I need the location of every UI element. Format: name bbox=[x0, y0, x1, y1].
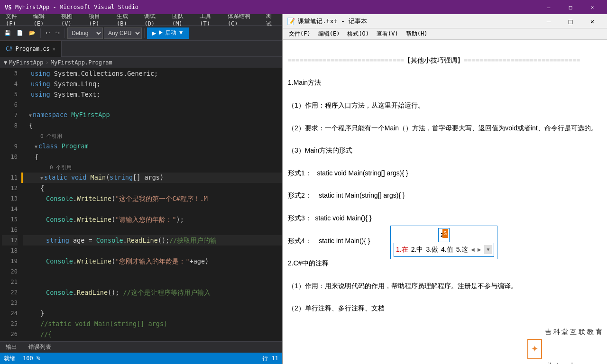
vs-bottom-tabs: 输出 错误列表 bbox=[0, 341, 282, 353]
code-line-22: Console.ReadLine(); //这个是让程序等待用户输入 bbox=[23, 287, 282, 298]
menu-test[interactable]: 测试 bbox=[262, 14, 280, 26]
notepad-menu-edit[interactable]: 编辑(E) bbox=[314, 28, 344, 40]
status-text: 就绪 bbox=[4, 355, 15, 363]
notepad-content[interactable]: ==============================【其他小技巧强调】=… bbox=[283, 40, 607, 364]
platform-dropdown[interactable]: Any CPU x86 x64 bbox=[104, 27, 142, 39]
notepad-text: ==============================【其他小技巧强调】=… bbox=[288, 56, 598, 312]
vs-minimize-button[interactable]: — bbox=[538, 0, 560, 14]
notepad-wrapper: 📝 课堂笔记.txt - 记事本 — □ ✕ 文件(F) 编辑(E) 格式(O)… bbox=[282, 14, 607, 364]
notepad-maximize-button[interactable]: □ bbox=[560, 14, 581, 28]
code-line-13: Console.WriteLine("这个是我的第一个C#程序！.M bbox=[23, 193, 282, 204]
output-tab[interactable]: 输出 bbox=[0, 342, 23, 353]
ime-next-button[interactable]: ▶ bbox=[478, 246, 481, 254]
watermark-box: ✦ bbox=[527, 339, 542, 359]
code-line-14 bbox=[23, 204, 282, 214]
program-cs-tab[interactable]: C# Program.cs ✕ bbox=[0, 41, 62, 57]
code-line-24: } bbox=[23, 308, 282, 318]
editor-tab-bar: C# Program.cs ✕ bbox=[0, 41, 282, 57]
breadcrumb-dropdown[interactable]: ▼ bbox=[4, 59, 7, 66]
zoom-level: 100 % bbox=[23, 355, 40, 362]
code-line-27 bbox=[23, 339, 282, 341]
notepad-menu-view[interactable]: 查看(V) bbox=[373, 28, 402, 40]
tab-close-button[interactable]: ✕ bbox=[53, 46, 55, 52]
notepad-close-button[interactable]: ✕ bbox=[581, 14, 603, 28]
code-editor[interactable]: 3 4 5 6 7 8 · 9 10 · 11 12 13 14 15 16 1… bbox=[0, 68, 282, 341]
main-split: 文件(F) 编辑(E) 视图(V) 项目(P) 生成(B) 调试(D) 团队(M… bbox=[0, 14, 607, 364]
breadcrumb-class[interactable]: MyFirstApp.Program bbox=[51, 59, 112, 66]
breadcrumb-separator: › bbox=[45, 59, 48, 66]
ime-popup: z S 1.在 2.中 3.做 4.值 5.这 ◀ ▶ ▼ bbox=[390, 226, 497, 259]
tab-filename: Program.cs bbox=[15, 46, 49, 52]
menu-edit[interactable]: 编辑(E) bbox=[29, 14, 57, 26]
code-line-25: //static void Main(string[] args) bbox=[23, 318, 282, 329]
code-line-6 bbox=[23, 100, 282, 110]
notepad-menubar: 文件(F) 编辑(E) 格式(O) 查看(V) 帮助(H) bbox=[283, 28, 607, 40]
code-line-19: Console.WriteLine("您刚才输入的年龄是："+age) bbox=[23, 256, 282, 266]
code-line-17: string age = Console.ReadLine();//获取用户的输 bbox=[23, 235, 282, 246]
code-line-26: //{ bbox=[23, 329, 282, 339]
code-line-18 bbox=[23, 246, 282, 256]
error-list-tab[interactable]: 错误列表 bbox=[23, 342, 57, 353]
menu-file[interactable]: 文件(F) bbox=[2, 14, 29, 26]
vs-logo-icon: VS bbox=[4, 3, 12, 11]
notepad-window: 📝 课堂笔记.txt - 记事本 — □ ✕ 文件(F) 编辑(E) 格式(O)… bbox=[282, 14, 607, 364]
menu-arch[interactable]: 体系结构(C) bbox=[224, 14, 262, 26]
vs-editor-pane: 文件(F) 编辑(E) 视图(V) 项目(P) 生成(B) 调试(D) 团队(M… bbox=[0, 14, 282, 364]
ime-candidate-3[interactable]: 3.做 bbox=[426, 244, 438, 255]
ime-candidate-1[interactable]: 1.在 bbox=[396, 244, 408, 255]
vs-titlebar: VS MyFirstApp - Microsoft Visual Studio … bbox=[0, 0, 607, 14]
watermark-star-icon: ✦ bbox=[531, 342, 538, 356]
code-line-4: using System.Linq; bbox=[23, 79, 282, 89]
notepad-menu-file[interactable]: 文件(F) bbox=[285, 28, 314, 40]
code-line-8: { bbox=[23, 120, 282, 131]
vs-maximize-button[interactable]: □ bbox=[560, 0, 581, 14]
code-line-3: using System.Collections.Generic; bbox=[23, 68, 282, 79]
menu-view[interactable]: 视图(V) bbox=[57, 14, 85, 26]
ime-prev-button[interactable]: ◀ bbox=[471, 246, 475, 254]
vs-toolbar: 💾 📄 📂 ↩ ↪ Debug Release Any CPU x86 x64 … bbox=[0, 26, 282, 41]
code-line-16 bbox=[23, 225, 282, 235]
watermark-line2: xiketang.ke.qq.com bbox=[545, 360, 602, 364]
notepad-menu-help[interactable]: 帮助(H) bbox=[402, 28, 432, 40]
watermark: ✦ 吉 科 堂 互 联 教 育 xiketang.ke.qq.com bbox=[527, 304, 602, 364]
start-label: ▶ 启动 ▼ bbox=[158, 29, 184, 37]
notepad-titlebar: 📝 课堂笔记.txt - 记事本 — □ ✕ bbox=[283, 14, 607, 28]
ime-menu-button[interactable]: ▼ bbox=[484, 245, 492, 254]
debug-mode-dropdown[interactable]: Debug Release bbox=[67, 27, 103, 39]
svg-text:VS: VS bbox=[5, 4, 11, 11]
code-line-23 bbox=[23, 298, 282, 308]
toolbar-open-button[interactable]: 📂 bbox=[27, 27, 38, 39]
code-line-7: ▼namespace MyFirstApp bbox=[23, 110, 282, 120]
code-ref-hint-2: 0 个引用 bbox=[23, 162, 282, 173]
ime-candidate-4[interactable]: 4.值 bbox=[441, 244, 453, 255]
code-content[interactable]: using System.Collections.Generic; using … bbox=[21, 68, 282, 341]
ime-candidate-2[interactable]: 2.中 bbox=[411, 244, 423, 255]
toolbar-undo-button[interactable]: ↩ bbox=[43, 27, 52, 39]
menu-project[interactable]: 项目(P) bbox=[85, 14, 112, 26]
code-line-15: Console.WriteLine("请输入您的年龄："); bbox=[23, 214, 282, 225]
ime-candidate-5[interactable]: 5.这 bbox=[456, 244, 469, 255]
vs-window-title: MyFirstApp - Microsoft Visual Studio bbox=[15, 4, 538, 10]
toolbar-redo-button[interactable]: ↪ bbox=[53, 27, 62, 39]
watermark-text: 吉 科 堂 互 联 教 育 xiketang.ke.qq.com bbox=[545, 304, 602, 364]
notepad-menu-format[interactable]: 格式(O) bbox=[343, 28, 373, 40]
cursor-position: 行 11 bbox=[262, 355, 278, 363]
start-debug-button[interactable]: ▶ ▶ 启动 ▼ bbox=[147, 27, 189, 39]
breadcrumb: ▼ MyFirstApp › MyFirstApp.Program bbox=[0, 57, 282, 68]
menu-tools[interactable]: 工具(T) bbox=[196, 14, 223, 26]
toolbar-new-button[interactable]: 📄 bbox=[14, 27, 26, 39]
ime-shuangpin-logo: S bbox=[442, 229, 449, 238]
code-line-10: { bbox=[23, 152, 282, 162]
notepad-minimize-button[interactable]: — bbox=[538, 14, 560, 28]
menu-team[interactable]: 团队(M) bbox=[168, 14, 196, 26]
toolbar-save-button[interactable]: 💾 bbox=[2, 27, 13, 39]
toolbar-separator-2 bbox=[64, 28, 65, 38]
code-line-5: using System.Text; bbox=[23, 89, 282, 100]
breadcrumb-project[interactable]: MyFirstApp bbox=[9, 59, 43, 66]
menu-debug[interactable]: 调试(D) bbox=[140, 14, 168, 26]
code-line-21 bbox=[23, 277, 282, 287]
menu-build[interactable]: 生成(B) bbox=[113, 14, 140, 26]
watermark-line1: 吉 科 堂 互 联 教 育 bbox=[545, 327, 602, 338]
code-line-11: ▼static void Main(string[] args) bbox=[23, 173, 282, 183]
vs-close-button[interactable]: ✕ bbox=[581, 0, 603, 14]
